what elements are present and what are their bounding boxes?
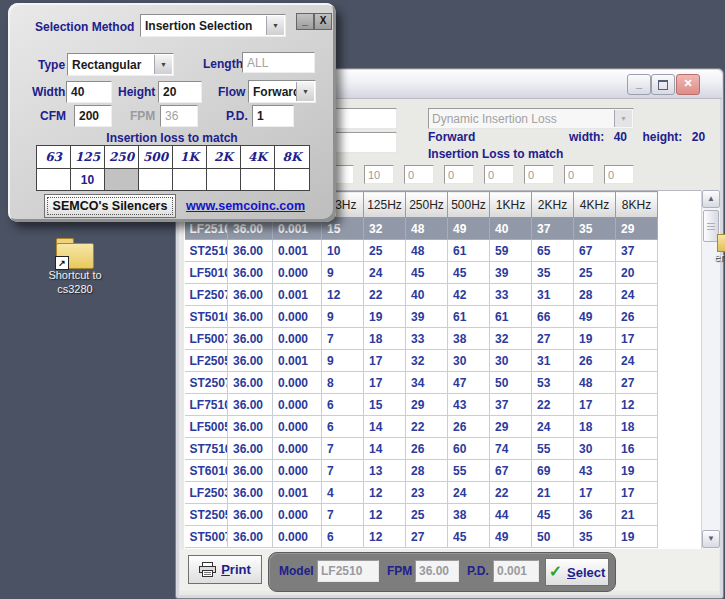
type-label: Type xyxy=(38,58,65,72)
loss-input-125[interactable]: 10 xyxy=(364,165,394,184)
table-row[interactable]: ST751036.000.000714266074553016 xyxy=(185,438,658,460)
cell-value: 31 xyxy=(532,284,574,306)
width-field[interactable]: 40 xyxy=(66,81,112,103)
cfm-field[interactable]: 200 xyxy=(74,105,112,127)
fpm-field[interactable]: 36.00 xyxy=(415,560,459,582)
table-row[interactable]: LF501036.000.000924454539352520 xyxy=(185,262,658,284)
cell-model: LF2503 xyxy=(185,482,228,504)
fpm-field[interactable]: 36 xyxy=(160,105,198,127)
col-header-4khz[interactable]: 4KHz xyxy=(574,192,616,218)
col-header-250hz[interactable]: 250Hz xyxy=(406,192,448,218)
cell-value: 24 xyxy=(616,284,658,306)
loss-col-4k: 4K xyxy=(241,146,275,169)
shortcut-arrow-icon: ↗ xyxy=(55,256,69,270)
loss-cell[interactable]: 10 xyxy=(71,169,105,190)
cell-value: 24 xyxy=(532,416,574,438)
print-button[interactable]: Print xyxy=(188,555,262,584)
model-field[interactable]: LF2510 xyxy=(317,560,379,582)
table-row[interactable]: ST500736.000.000612274549503519 xyxy=(185,526,658,548)
col-header-500hz[interactable]: 500Hz xyxy=(448,192,490,218)
cell-value: 60 xyxy=(448,438,490,460)
type-value: Rectangular xyxy=(72,58,141,72)
selection-method-dropdown[interactable]: Insertion Selection ▼ xyxy=(140,14,286,37)
cell-value: 30 xyxy=(574,438,616,460)
loss-cell[interactable] xyxy=(139,169,173,190)
partial-folder-icon[interactable] xyxy=(717,234,725,252)
desktop-shortcut-cs3280[interactable]: ↗ Shortcut to cs3280 xyxy=(30,238,120,296)
col-header-125hz[interactable]: 125Hz xyxy=(364,192,406,218)
table-row[interactable]: LF250336.000.001412232422211717 xyxy=(185,482,658,504)
loss-col-2k: 2K xyxy=(207,146,241,169)
cell-value: 65 xyxy=(532,240,574,262)
cell-value: 10 xyxy=(322,240,364,262)
cell-value: 12 xyxy=(364,526,406,548)
loss-input-8k[interactable]: 0 xyxy=(604,165,634,184)
loss-cell[interactable] xyxy=(275,169,309,190)
dialog-minimize-button[interactable]: _ xyxy=(296,13,314,30)
table-row[interactable]: ST601036.000.000713285567694319 xyxy=(185,460,658,482)
loss-input-500[interactable]: 0 xyxy=(444,165,474,184)
pd-field[interactable]: 0.001 xyxy=(493,560,539,582)
close-button[interactable]: ✕ xyxy=(676,74,700,95)
cell-value: 31 xyxy=(532,350,574,372)
table-row[interactable]: ST251036.000.0011025486159656737 xyxy=(185,240,658,262)
cell-value: 29 xyxy=(616,218,658,240)
length-field[interactable]: ALL xyxy=(242,52,315,73)
table-row[interactable]: LF751036.000.000615294337221712 xyxy=(185,394,658,416)
loss-cell[interactable] xyxy=(207,169,241,190)
cell-value: 0.001 xyxy=(273,482,322,504)
col-header-2khz[interactable]: 2KHz xyxy=(532,192,574,218)
table-row[interactable]: LF500536.000.000614222629241818 xyxy=(185,416,658,438)
maximize-button[interactable] xyxy=(651,74,675,95)
cell-value: 19 xyxy=(364,306,406,328)
select-button[interactable]: ✓ Select xyxy=(545,558,609,586)
cell-value: 67 xyxy=(490,460,532,482)
cell-value: 29 xyxy=(406,394,448,416)
semco-website-link[interactable]: www.semcoinc.com xyxy=(186,199,305,213)
loss-cell[interactable] xyxy=(105,169,139,190)
cell-value: 36.00 xyxy=(228,460,273,482)
col-header-1khz[interactable]: 1KHz xyxy=(490,192,532,218)
cell-value: 25 xyxy=(364,240,406,262)
loss-input-250[interactable]: 0 xyxy=(404,165,434,184)
flow-dropdown[interactable]: Forward ▼ xyxy=(248,80,316,103)
cell-value: 49 xyxy=(448,218,490,240)
loss-col-500: 500 xyxy=(139,146,173,169)
cell-value: 36.00 xyxy=(228,482,273,504)
cell-value: 32 xyxy=(364,218,406,240)
table-row[interactable]: LF250736.000.0011222404233312824 xyxy=(185,284,658,306)
cell-value: 33 xyxy=(490,284,532,306)
cell-value: 0.000 xyxy=(273,526,322,548)
cell-value: 12 xyxy=(616,394,658,416)
selection-method-value: Insertion Selection xyxy=(145,19,252,33)
loss-input-4k[interactable]: 0 xyxy=(564,165,594,184)
table-row[interactable]: ST250736.000.000817344750534827 xyxy=(185,372,658,394)
table-row[interactable]: ST250536.000.000712253844453621 xyxy=(185,504,658,526)
semco-silencers-button[interactable]: SEMCO's Silencers xyxy=(44,194,176,218)
pd-field[interactable]: 1 xyxy=(252,105,294,127)
cell-value: 61 xyxy=(448,240,490,262)
cell-value: 9 xyxy=(322,306,364,328)
loss-input-1k[interactable]: 0 xyxy=(484,165,514,184)
loss-cell[interactable] xyxy=(241,169,275,190)
table-row[interactable]: ST501036.000.000919396161664926 xyxy=(185,306,658,328)
cell-value: 7 xyxy=(322,438,364,460)
cell-value: 0.000 xyxy=(273,394,322,416)
table-row[interactable]: LF500736.000.000718333832271917 xyxy=(185,328,658,350)
loss-cell[interactable] xyxy=(173,169,207,190)
dialog-close-button[interactable]: X xyxy=(314,13,332,30)
height-field[interactable]: 20 xyxy=(158,81,202,103)
type-dropdown[interactable]: Rectangular ▼ xyxy=(67,53,174,76)
cell-value: 55 xyxy=(448,460,490,482)
scroll-down-button[interactable]: ▼ xyxy=(702,530,720,548)
loss-cell[interactable] xyxy=(37,169,71,190)
col-header-8khz[interactable]: 8KHz xyxy=(616,192,658,218)
cell-value: 12 xyxy=(364,482,406,504)
cell-value: 50 xyxy=(490,372,532,394)
loss-input-2k[interactable]: 0 xyxy=(524,165,554,184)
table-row[interactable]: LF250536.000.001917323030312624 xyxy=(185,350,658,372)
cell-value: 69 xyxy=(532,460,574,482)
scroll-up-button[interactable]: ▲ xyxy=(702,190,720,208)
loss-type-dropdown[interactable]: Dynamic Insertion Loss ▼ xyxy=(428,108,634,129)
minimize-button[interactable]: _ xyxy=(627,74,651,95)
